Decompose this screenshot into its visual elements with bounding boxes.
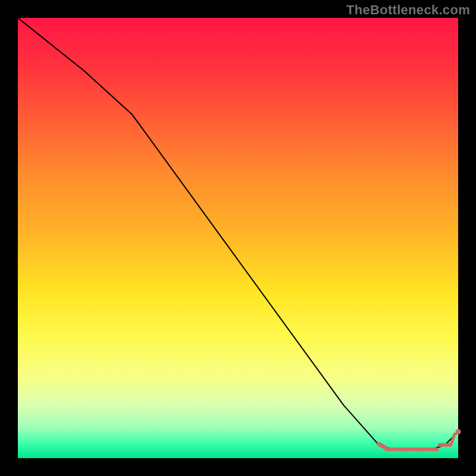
plot-area [18,18,461,458]
svg-point-7 [456,429,461,434]
gradient-background [18,18,458,458]
chart-stage: TheBottleneck.com [0,0,476,476]
bottleneck-chart [0,0,476,476]
